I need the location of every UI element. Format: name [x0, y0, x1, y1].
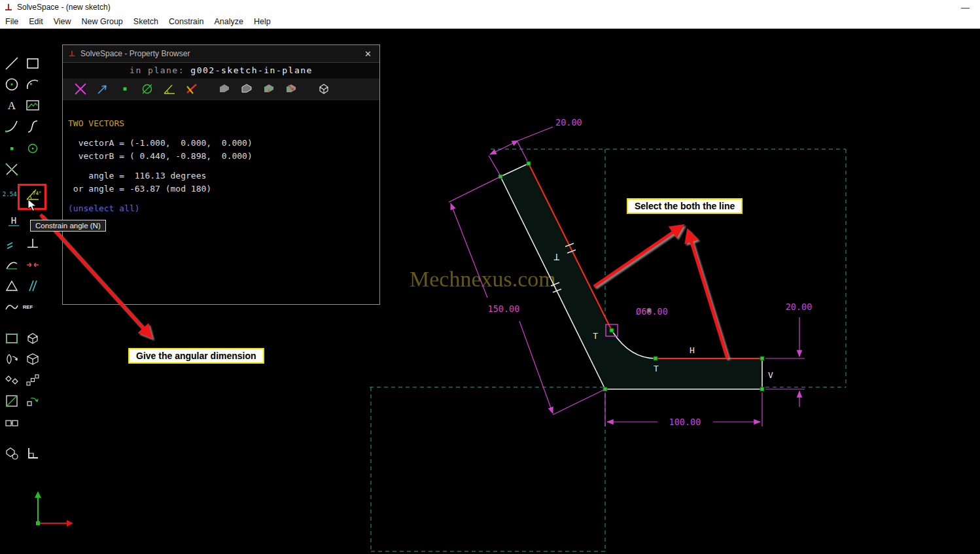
minimize-button[interactable]: —: [961, 3, 976, 12]
arc-tool-icon[interactable]: [24, 76, 41, 93]
perpendicular-constraint-label[interactable]: ⊥: [553, 251, 560, 263]
svg-text:REF: REF: [23, 304, 33, 310]
y-axis-arrow: [35, 491, 41, 498]
tooltip-constrain-angle: Constrain angle (N): [30, 220, 106, 232]
dim-base-height[interactable]: 20.00: [786, 302, 813, 312]
equal-constraint-tool-icon[interactable]: [3, 235, 20, 252]
curvature-constraint-tool-icon[interactable]: [3, 298, 20, 315]
toggle-edges-icon[interactable]: [238, 80, 255, 97]
distance-dimension-tool-icon[interactable]: 2.54: [1, 186, 18, 203]
toggle-mesh-icon[interactable]: [283, 80, 300, 97]
extrude-group-icon[interactable]: [24, 330, 41, 347]
sketch-in-plane-group-icon[interactable]: [3, 330, 20, 347]
menu-bar: File Edit View New Group Sketch Constrai…: [0, 14, 980, 29]
svg-text:2.54: 2.54: [3, 191, 17, 198]
solvespace-logo-icon: [4, 3, 13, 12]
close-icon[interactable]: ✕: [362, 49, 374, 59]
reference-dimension-tool-icon[interactable]: REF: [22, 298, 39, 315]
tool-sidebar: A 2.54 74° H REF: [0, 29, 43, 467]
step-repeat-group-icon[interactable]: [24, 372, 41, 389]
dim-arm-length[interactable]: 150.00: [488, 303, 520, 314]
property-browser-title: SolveSpace - Property Browser: [80, 49, 190, 58]
toggle-normals-icon[interactable]: [94, 80, 111, 97]
toggle-dimensions-icon[interactable]: [161, 80, 178, 97]
assemble-group-icon[interactable]: [3, 445, 20, 462]
rotate-repeat-group-icon[interactable]: [24, 392, 41, 409]
active-plane-header: in plane: g002-sketch-in-plane: [63, 63, 379, 78]
toggle-faces-icon[interactable]: [260, 80, 277, 97]
menu-item-view[interactable]: View: [48, 16, 77, 27]
circle-tool-icon[interactable]: [3, 76, 20, 93]
unselect-all-link[interactable]: (unselect all): [68, 202, 379, 215]
image-tool-icon[interactable]: [24, 97, 41, 114]
point-tool-icon[interactable]: [3, 140, 20, 157]
menu-item-edit[interactable]: Edit: [24, 16, 48, 27]
window-title: SolveSpace - (new sketch): [17, 3, 111, 12]
menu-item-file[interactable]: File: [0, 16, 24, 27]
toggle-workplanes-icon[interactable]: [72, 80, 89, 97]
menu-item-help[interactable]: Help: [249, 16, 276, 27]
tangent-constraint-tool-icon[interactable]: [3, 256, 20, 273]
dim-base-length[interactable]: 100.00: [669, 417, 701, 427]
translate-group-icon[interactable]: [3, 372, 20, 389]
svg-text:A: A: [8, 99, 16, 112]
equal-angle-constraint-tool-icon[interactable]: [3, 277, 20, 294]
dim-fillet-diameter[interactable]: Ø60.00: [636, 306, 668, 317]
line-tool-icon[interactable]: [3, 55, 20, 72]
property-browser-toolbar: [63, 78, 379, 100]
note-select-both-lines: Select the both the line: [627, 198, 743, 214]
property-browser-window: SolveSpace - Property Browser ✕ in plane…: [62, 44, 380, 305]
mouse-cursor-icon: [27, 199, 38, 215]
split-curves-tool-icon[interactable]: [3, 161, 20, 178]
sketch-in-3d-group-icon[interactable]: [3, 392, 20, 409]
tangent-arc-tool-icon[interactable]: [3, 118, 20, 135]
horizontal-constraint-label[interactable]: H: [690, 345, 695, 355]
toggle-points-icon[interactable]: [116, 80, 133, 97]
origin-axes: [35, 491, 73, 527]
parallel-constraint-tool-icon[interactable]: [24, 277, 41, 294]
origin-point: [36, 521, 40, 525]
toggle-constraints-icon[interactable]: [183, 80, 200, 97]
dim-arm-width[interactable]: 20.00: [555, 117, 582, 128]
or-angle-line: or angle = -63.87 (mod 180): [68, 182, 379, 196]
rectangle-tool-icon[interactable]: [24, 55, 41, 72]
canvas-area: Mechnexus.com T T H V: [0, 29, 980, 554]
watermark-text: Mechnexus.com: [410, 267, 556, 291]
toggle-shaded-icon[interactable]: [216, 80, 233, 97]
title-bar: SolveSpace - (new sketch) —: [0, 0, 980, 14]
symmetric-constraint-tool-icon[interactable]: [24, 256, 41, 273]
toggle-construction-icon[interactable]: [139, 80, 156, 97]
plane-label: in plane:: [130, 65, 184, 75]
construction-tool-icon[interactable]: [24, 140, 41, 157]
vector-b-line: vectorB = ( 0.440, -0.898, 0.000): [68, 150, 379, 163]
toggle-occluded-icon[interactable]: [315, 80, 332, 97]
horizontal-constraint-tool-icon[interactable]: H: [5, 212, 22, 229]
svg-text:H: H: [11, 215, 16, 226]
vector-a-line: vectorA = (-1.000, 0.000, 0.000): [68, 137, 379, 150]
vertical-constraint-label[interactable]: V: [768, 370, 773, 380]
link-group-icon[interactable]: [3, 415, 20, 432]
revolve-group-icon[interactable]: [24, 351, 41, 368]
text-tool-icon[interactable]: A: [3, 97, 20, 114]
tangent-constraint-label-2[interactable]: T: [654, 364, 659, 373]
solvespace-logo-icon: [68, 50, 76, 58]
tangent-constraint-label-1[interactable]: T: [593, 331, 598, 341]
menu-item-constrain[interactable]: Constrain: [164, 16, 209, 27]
lathe-group-icon[interactable]: [3, 351, 20, 368]
plane-value-link[interactable]: g002-sketch-in-plane: [190, 65, 313, 75]
perpendicular-constraint-tool-icon[interactable]: [24, 235, 41, 252]
property-browser-content: TWO VECTORS vectorA = (-1.000, 0.000, 0.…: [63, 100, 379, 215]
angle-line: angle = 116.13 degrees: [68, 169, 379, 182]
x-axis-arrow: [67, 520, 73, 527]
menu-item-analyze[interactable]: Analyze: [209, 16, 249, 27]
property-browser-titlebar[interactable]: SolveSpace - Property Browser ✕: [63, 45, 379, 63]
section-title: TWO VECTORS: [68, 117, 379, 130]
note-give-angular-dimension: Give the angular dimension: [128, 348, 264, 364]
menu-item-new-group[interactable]: New Group: [77, 16, 128, 27]
cubic-spline-tool-icon[interactable]: [24, 118, 41, 135]
corner-sketch-icon[interactable]: [24, 445, 41, 462]
menu-item-sketch[interactable]: Sketch: [128, 16, 164, 27]
